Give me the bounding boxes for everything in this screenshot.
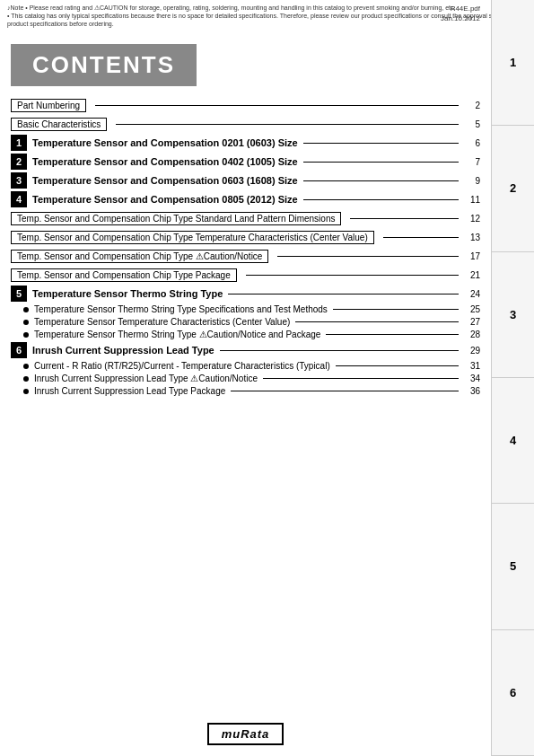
sub-6-1-page: 31 xyxy=(464,361,480,371)
toc-sub-6-3: Inrush Current Suppression Lead Type Pac… xyxy=(11,386,480,396)
toc-entry-section-2: 2 Temperature Sensor and Compensation 04… xyxy=(11,154,480,170)
toc-dots xyxy=(303,199,459,200)
chip-temp-char-page: 13 xyxy=(464,233,480,242)
section-1-label: Temperature Sensor and Compensation 0201… xyxy=(32,137,298,148)
main-content: CONTENTS Part Numbering 2 Basic Characte… xyxy=(0,30,491,406)
section-6-label: Inrush Current Suppression Lead Type xyxy=(32,345,214,356)
chip-temp-char-label: Temp. Sensor and Compensation Chip Type … xyxy=(11,231,374,244)
basic-characteristics-page: 5 xyxy=(464,119,480,129)
chip-land-pattern-page: 12 xyxy=(464,214,480,224)
toc-sub-5-3: Temperature Sensor Thermo String Type ⚠C… xyxy=(11,330,480,339)
side-tab-2[interactable]: 2 xyxy=(492,126,534,251)
toc-dots xyxy=(326,334,459,335)
sub-5-2-label: Temperature Sensor Temperature Character… xyxy=(34,317,290,327)
section-6-num: 6 xyxy=(11,342,27,358)
toc-dots xyxy=(263,378,459,379)
section-4-page: 11 xyxy=(464,195,480,205)
toc-dots xyxy=(228,294,459,294)
toc-entry-chip-land-pattern: Temp. Sensor and Compensation Chip Type … xyxy=(11,210,480,226)
toc-entry-section-5: 5 Temperature Sensor Thermo String Type … xyxy=(11,286,480,302)
toc-dots xyxy=(277,256,459,257)
contents-title-box: CONTENTS xyxy=(11,44,197,86)
toc-sub-6-2: Inrush Current Suppression Lead Type ⚠Ca… xyxy=(11,374,480,383)
toc-dots xyxy=(95,105,459,106)
toc-dots xyxy=(220,350,459,351)
sub-5-1-page: 25 xyxy=(464,304,480,314)
sub-6-2-label: Inrush Current Suppression Lead Type ⚠Ca… xyxy=(34,374,258,383)
side-tab-4[interactable]: 4 xyxy=(492,378,534,504)
chip-package-label: Temp. Sensor and Compensation Chip Type … xyxy=(11,268,237,282)
toc-dots xyxy=(383,237,459,238)
toc-dots xyxy=(303,143,459,144)
toc-entry-part-numbering: Part Numbering 2 xyxy=(11,97,480,113)
toc-entry-chip-temp-char: Temp. Sensor and Compensation Chip Type … xyxy=(11,229,480,245)
bullet-icon xyxy=(23,320,29,325)
basic-characteristics-label: Basic Characteristics xyxy=(11,118,107,131)
toc-dots xyxy=(336,365,459,366)
pdf-date: Jan.10.2012 xyxy=(441,13,480,23)
chip-land-pattern-label: Temp. Sensor and Compensation Chip Type … xyxy=(11,212,341,225)
toc-entry-section-3: 3 Temperature Sensor and Compensation 06… xyxy=(11,172,480,189)
toc-dots xyxy=(116,124,459,125)
toc-dots xyxy=(295,321,459,322)
bullet-icon xyxy=(23,389,29,394)
toc-entry-section-6: 6 Inrush Current Suppression Lead Type 2… xyxy=(11,342,480,358)
pdf-reference: R44E.pdf Jan.10.2012 xyxy=(441,4,480,23)
toc-sub-5-1: Temperature Sensor Thermo String Type Sp… xyxy=(11,304,480,314)
section-6-page: 29 xyxy=(464,346,480,356)
section-3-page: 9 xyxy=(464,176,480,186)
section-2-num: 2 xyxy=(11,154,27,170)
chip-caution-label: Temp. Sensor and Compensation Chip Type … xyxy=(11,250,268,263)
section-1-page: 6 xyxy=(464,138,480,148)
sub-5-3-page: 28 xyxy=(464,330,480,339)
section-5-label: Temperature Sensor Thermo String Type xyxy=(32,288,223,299)
murata-logo: muRata xyxy=(207,723,285,745)
bullet-icon xyxy=(23,307,29,312)
section-4-label: Temperature Sensor and Compensation 0805… xyxy=(32,194,298,205)
toc-dots xyxy=(246,275,459,276)
side-tab-5[interactable]: 5 xyxy=(492,504,534,629)
toc-dots xyxy=(350,218,459,219)
contents-title: CONTENTS xyxy=(32,51,175,78)
section-5-page: 24 xyxy=(464,289,480,299)
sub-6-2-page: 34 xyxy=(464,374,480,383)
sub-5-1-label: Temperature Sensor Thermo String Type Sp… xyxy=(34,304,328,314)
toc-dots xyxy=(231,391,459,391)
toc-dots xyxy=(333,309,459,310)
section-2-page: 7 xyxy=(464,157,480,167)
section-3-num: 3 xyxy=(11,172,27,189)
sub-6-3-label: Inrush Current Suppression Lead Type Pac… xyxy=(34,386,225,396)
logo-text: muRata xyxy=(222,727,270,741)
part-numbering-label: Part Numbering xyxy=(11,99,86,112)
section-2-label: Temperature Sensor and Compensation 0402… xyxy=(32,156,298,167)
toc-entry-basic-characteristics: Basic Characteristics 5 xyxy=(11,116,480,132)
toc-dots xyxy=(303,162,459,163)
chip-package-page: 21 xyxy=(464,270,480,280)
toc-entry-section-1: 1 Temperature Sensor and Compensation 02… xyxy=(11,135,480,151)
toc-dots xyxy=(303,180,459,181)
side-tab-1[interactable]: 1 xyxy=(492,0,534,126)
section-1-num: 1 xyxy=(11,135,27,151)
bullet-icon xyxy=(23,332,29,338)
footer: muRata xyxy=(0,723,491,745)
section-3-label: Temperature Sensor and Compensation 0603… xyxy=(32,175,298,186)
toc-sub-6-1: Current - R Ratio (RT/R25)/Current - Tem… xyxy=(11,361,480,371)
bullet-icon xyxy=(23,376,29,382)
sub-6-1-label: Current - R Ratio (RT/R25)/Current - Tem… xyxy=(34,361,330,371)
side-tab-6[interactable]: 6 xyxy=(492,630,534,756)
section-5-num: 5 xyxy=(11,286,27,302)
sub-5-3-label: Temperature Sensor Thermo String Type ⚠C… xyxy=(34,330,320,339)
chip-caution-page: 17 xyxy=(464,251,480,261)
toc-entry-section-4: 4 Temperature Sensor and Compensation 08… xyxy=(11,191,480,207)
side-tab-3[interactable]: 3 xyxy=(492,252,534,378)
side-tabs: 1 2 3 4 5 6 xyxy=(491,0,534,756)
toc-entry-chip-package: Temp. Sensor and Compensation Chip Type … xyxy=(11,267,480,283)
toc-sub-5-2: Temperature Sensor Temperature Character… xyxy=(11,317,480,327)
bullet-icon xyxy=(23,364,29,369)
pdf-filename: R44E.pdf xyxy=(441,4,480,13)
part-numbering-page: 2 xyxy=(464,101,480,110)
sub-6-3-page: 36 xyxy=(464,386,480,396)
toc-entry-chip-caution: Temp. Sensor and Compensation Chip Type … xyxy=(11,248,480,264)
section-4-num: 4 xyxy=(11,191,27,207)
sub-5-2-page: 27 xyxy=(464,317,480,327)
